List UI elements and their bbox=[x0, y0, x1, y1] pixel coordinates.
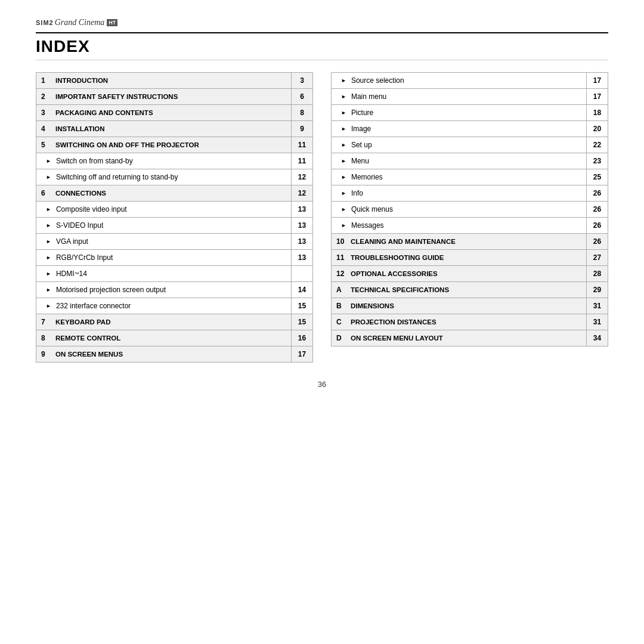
toc-sub-label: 232 interface connector bbox=[54, 298, 291, 314]
toc-item-label: IMPORTANT SAFETY INSTRUCTIONS bbox=[53, 89, 291, 104]
toc-sub-page: 13 bbox=[291, 250, 312, 265]
toc-sub-label: Source selection bbox=[349, 73, 586, 88]
toc-sub-label: Messages bbox=[349, 218, 586, 233]
toc-sub-page: 17 bbox=[586, 73, 608, 88]
toc-item-label: CLEANING AND MAINTENANCE bbox=[348, 234, 586, 249]
toc-item-label: REMOTE CONTROL bbox=[53, 330, 291, 346]
toc-sub-label: Picture bbox=[349, 105, 586, 120]
toc-sub-spacer: ► bbox=[36, 202, 54, 217]
toc-row: 12OPTIONAL ACCESSORIES28 bbox=[331, 265, 608, 282]
toc-item-number: 12 bbox=[332, 266, 348, 281]
toc-row: ►VGA input13 bbox=[36, 233, 313, 250]
toc-item-label: INTRODUCTION bbox=[53, 73, 291, 88]
toc-row: 3PACKAGING AND CONTENTS8 bbox=[36, 104, 313, 121]
toc-sub-label: Composite video input bbox=[54, 202, 291, 217]
toc-sub-page bbox=[291, 266, 312, 281]
toc-left-column: 1INTRODUCTION32IMPORTANT SAFETY INSTRUCT… bbox=[36, 72, 313, 362]
toc-item-label: CONNECTIONS bbox=[53, 185, 291, 201]
toc-row: 8REMOTE CONTROL16 bbox=[36, 330, 313, 346]
toc-sub-spacer: ► bbox=[332, 169, 349, 185]
toc-row: ►Switch on from stand-by11 bbox=[36, 153, 313, 169]
toc-item-number: B bbox=[332, 298, 348, 314]
toc-item-number: 4 bbox=[36, 121, 53, 137]
toc-row: 2IMPORTANT SAFETY INSTRUCTIONS6 bbox=[36, 88, 313, 105]
toc-item-page: 31 bbox=[586, 298, 608, 314]
toc-sub-label: Info bbox=[349, 185, 586, 201]
toc-sub-label: Switch on from stand-by bbox=[54, 153, 291, 169]
toc-sub-spacer: ► bbox=[36, 266, 54, 281]
toc-item-label: INSTALLATION bbox=[53, 121, 291, 137]
toc-sub-label: Set up bbox=[349, 137, 586, 153]
toc-item-label: ON SCREEN MENU LAYOUT bbox=[348, 330, 586, 346]
toc-item-number: 6 bbox=[36, 185, 53, 201]
toc-sub-page: 13 bbox=[291, 234, 312, 249]
toc-row: 4INSTALLATION9 bbox=[36, 120, 313, 137]
toc-sub-page: 26 bbox=[586, 185, 608, 201]
toc-item-page: 9 bbox=[291, 121, 312, 137]
toc-row: ATECHNICAL SPECIFICATIONS29 bbox=[331, 281, 608, 298]
toc-sub-label: Main menu bbox=[349, 89, 586, 104]
toc-sub-page: 26 bbox=[586, 218, 608, 233]
toc-sub-label: VGA input bbox=[54, 234, 291, 249]
toc-row: ►Menu23 bbox=[331, 153, 608, 169]
toc-item-label: KEYBOARD PAD bbox=[53, 314, 291, 330]
toc-item-page: 27 bbox=[586, 250, 608, 265]
toc-row: ►Switching off and returning to stand-by… bbox=[36, 169, 313, 185]
toc-sub-label: Switching off and returning to stand-by bbox=[54, 169, 291, 185]
toc-row: CPROJECTION DISTANCES31 bbox=[331, 314, 608, 330]
toc-sub-spacer: ► bbox=[332, 89, 349, 104]
toc-row: ►Image20 bbox=[331, 120, 608, 137]
toc-item-number: 2 bbox=[36, 89, 53, 104]
toc-row: ►Picture18 bbox=[331, 104, 608, 121]
toc-item-page: 28 bbox=[586, 266, 608, 281]
toc-item-page: 34 bbox=[586, 330, 608, 346]
toc-row: ►Composite video input13 bbox=[36, 201, 313, 218]
toc-item-label: TECHNICAL SPECIFICATIONS bbox=[348, 282, 586, 298]
toc-row: BDIMENSIONS31 bbox=[331, 298, 608, 314]
toc-item-number: D bbox=[332, 330, 348, 346]
toc-sub-label: Menu bbox=[349, 153, 586, 169]
toc-row: ►Main menu17 bbox=[331, 88, 608, 105]
toc-sub-label: Memories bbox=[349, 169, 586, 185]
toc-item-page: 6 bbox=[291, 89, 312, 104]
toc-item-page: 8 bbox=[291, 105, 312, 120]
toc-item-number: 10 bbox=[332, 234, 348, 249]
toc-item-page: 26 bbox=[586, 234, 608, 249]
toc-item-page: 12 bbox=[291, 185, 312, 201]
toc-row: 5SWITCHING ON AND OFF THE PROJECTOR11 bbox=[36, 137, 313, 153]
toc-sub-page: 26 bbox=[586, 202, 608, 217]
toc-row: 10CLEANING AND MAINTENANCE26 bbox=[331, 233, 608, 250]
toc-item-number: 9 bbox=[36, 346, 53, 362]
toc-sub-page: 11 bbox=[291, 153, 312, 169]
toc-item-label: PACKAGING AND CONTENTS bbox=[53, 105, 291, 120]
toc-item-label: OPTIONAL ACCESSORIES bbox=[348, 266, 586, 281]
toc-row: DON SCREEN MENU LAYOUT34 bbox=[331, 330, 608, 346]
toc-sub-spacer: ► bbox=[332, 137, 349, 153]
toc-item-number: 11 bbox=[332, 250, 348, 265]
toc-right-column: ►Source selection17►Main menu17►Picture1… bbox=[331, 72, 608, 362]
toc-item-page: 3 bbox=[291, 73, 312, 88]
toc-sub-spacer: ► bbox=[332, 73, 349, 88]
toc-sub-label: Motorised projection screen output bbox=[54, 282, 291, 298]
toc-item-label: DIMENSIONS bbox=[348, 298, 586, 314]
toc-sub-page: 22 bbox=[586, 137, 608, 153]
toc-sub-spacer: ► bbox=[36, 298, 54, 314]
toc-row: 11TROUBLESHOOTING GUIDE27 bbox=[331, 249, 608, 266]
toc-row: ►S-VIDEO Input13 bbox=[36, 217, 313, 234]
logo-area: SIM2 Grand Cinema HT bbox=[36, 18, 608, 27]
toc-sub-spacer: ► bbox=[36, 234, 54, 249]
page: SIM2 Grand Cinema HT INDEX 1INTRODUCTION… bbox=[36, 0, 608, 401]
toc-sub-spacer: ► bbox=[36, 282, 54, 298]
toc-row: 9ON SCREEN MENUS17 bbox=[36, 346, 313, 363]
toc-sub-label: RGB/YCrCb Input bbox=[54, 250, 291, 265]
toc-sub-spacer: ► bbox=[36, 250, 54, 265]
toc-sub-label: Image bbox=[349, 121, 586, 137]
toc-item-page: 17 bbox=[291, 346, 312, 362]
toc-item-number: A bbox=[332, 282, 348, 298]
toc-sub-page: 20 bbox=[586, 121, 608, 137]
toc-row: ►Messages26 bbox=[331, 217, 608, 234]
toc-sub-spacer: ► bbox=[36, 218, 54, 233]
toc-sub-page: 15 bbox=[291, 298, 312, 314]
toc-sub-spacer: ► bbox=[332, 185, 349, 201]
toc-sub-spacer: ► bbox=[332, 218, 349, 233]
